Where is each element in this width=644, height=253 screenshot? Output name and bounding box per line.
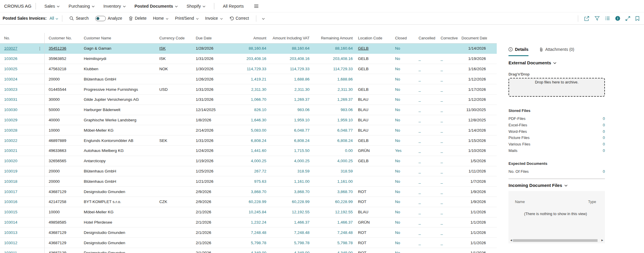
cell-cancelled[interactable]: _ — [414, 125, 436, 135]
stored-file-count[interactable]: 0 — [603, 148, 605, 153]
cell-corrective[interactable]: _ — [436, 187, 461, 197]
cell-amount_including_vat[interactable]: 4,349.00 — [267, 248, 311, 253]
external-documents-header[interactable]: External Documents — [508, 60, 605, 65]
print-send-menu-button[interactable]: Print/Send — [172, 12, 202, 24]
filter-icon[interactable] — [595, 16, 600, 21]
table-row[interactable]: 10302635963852HeimilisprydiISK1/31/20262… — [0, 53, 497, 64]
table-row[interactable]: 10301143687129Designstudio Gmunden2/1/20… — [0, 248, 497, 253]
cell-amount[interactable]: 5,798.78 — [219, 238, 267, 248]
scroll-right-icon[interactable]: ▶ — [600, 239, 604, 242]
cell-cancelled[interactable]: _ — [414, 53, 436, 64]
cell-amount_including_vat[interactable]: 88,160.64 — [267, 43, 311, 54]
cell-no[interactable]: 103023 — [0, 84, 44, 95]
column-header-currency_code[interactable]: Currency Code — [158, 33, 194, 43]
cell-closed[interactable]: No — [391, 217, 414, 227]
cell-amount_including_vat[interactable]: 983.06 — [267, 105, 311, 115]
cell-amount_including_vat[interactable]: 6,048.77 — [267, 125, 311, 135]
cell-closed[interactable]: No — [391, 238, 414, 248]
cell-corrective[interactable]: _ — [436, 53, 461, 64]
cell-corrective[interactable]: _ — [436, 125, 461, 135]
expand-icon[interactable] — [625, 16, 630, 21]
cell-amount_including_vat[interactable]: 114,729.33 — [267, 64, 311, 74]
search-button[interactable]: Search — [66, 12, 92, 24]
cell-no[interactable]: 103011 — [0, 248, 44, 253]
nav-item-all-reports[interactable]: All Reports — [218, 0, 248, 12]
cell-remaining_amount[interactable]: 60,228.99 — [311, 197, 354, 207]
table-row[interactable]: 10301642147258BYT-KOMPLET s.r.o.CZK2/9/2… — [0, 197, 497, 207]
column-header-customer_name[interactable]: Customer Name — [80, 33, 158, 43]
cell-amount[interactable]: 4,000.25 — [219, 156, 267, 166]
cell-corrective[interactable]: _ — [436, 207, 461, 217]
cell-remaining_amount[interactable]: 5,798.78 — [311, 238, 354, 248]
cell-corrective[interactable]: _ — [436, 248, 461, 253]
cell-cancelled[interactable]: _ — [414, 74, 436, 84]
cell-amount[interactable]: 4,349.00 — [219, 248, 267, 253]
menu-icon[interactable] — [254, 4, 259, 8]
cell-amount[interactable]: 267.72 — [219, 166, 267, 176]
cell-cancelled[interactable]: _ — [414, 135, 436, 146]
cell-remaining_amount[interactable]: 114,729.33 — [311, 64, 354, 74]
share-icon[interactable] — [584, 16, 589, 21]
scroll-left-icon[interactable]: ◀ — [509, 239, 513, 242]
cell-no[interactable]: 103028 — [0, 125, 44, 135]
cell-remaining_amount[interactable]: 1,466.37 — [311, 217, 354, 227]
table-row[interactable]: 10301820000Blütenhaus GmbH1/21/2026975.6… — [0, 176, 497, 187]
cell-closed[interactable]: No — [391, 176, 414, 187]
cell-no[interactable]: 103021 — [0, 145, 44, 156]
cell-cancelled[interactable]: _ — [414, 248, 436, 253]
cell-amount_including_vat[interactable]: 1,715.50 — [267, 145, 311, 156]
cell-closed[interactable]: No — [391, 84, 414, 95]
cell-no[interactable]: 103031 — [0, 94, 44, 105]
cell-no[interactable]: 103030 — [0, 105, 44, 115]
cell-amount[interactable]: 5,083.00 — [219, 125, 267, 135]
cell-no[interactable]: 103017 — [0, 187, 44, 197]
cell-remaining_amount[interactable]: 318.59 — [311, 166, 354, 176]
cell-corrective[interactable]: _ — [436, 176, 461, 187]
row-menu-icon[interactable]: ⋮ — [38, 46, 42, 51]
cell-closed[interactable]: No — [391, 94, 414, 105]
cell-remaining_amount[interactable]: 6,808.24 — [311, 135, 354, 146]
cell-closed[interactable]: Yes — [391, 145, 414, 156]
cell-remaining_amount[interactable]: 1,688.86 — [311, 74, 354, 84]
column-header-remaining_amount[interactable]: Remaining Amount — [311, 33, 354, 43]
stored-file-count[interactable]: 0 — [603, 129, 605, 134]
cell-remaining_amount[interactable]: 3,868.70 — [311, 187, 354, 197]
scrollbar-thumb[interactable] — [513, 239, 598, 242]
cell-closed[interactable]: No — [391, 105, 414, 115]
cell-closed[interactable]: No — [391, 64, 414, 74]
view-filter-dropdown[interactable]: All — [50, 16, 58, 21]
cell-amount[interactable]: 826.10 — [219, 105, 267, 115]
column-header-location_code[interactable]: Location Code — [354, 33, 391, 43]
cell-corrective[interactable]: _ — [436, 145, 461, 156]
cell-corrective[interactable]: _ — [436, 105, 461, 115]
cell-no[interactable]: 103018 — [0, 176, 44, 187]
cell-corrective[interactable]: _ — [436, 166, 461, 176]
cell-closed[interactable]: No — [391, 53, 414, 64]
cell-amount[interactable]: 203,408.16 — [219, 53, 267, 64]
cell-cancelled[interactable]: _ — [414, 105, 436, 115]
cell-no[interactable]: 103027⋮ — [0, 43, 44, 54]
column-header-closed[interactable]: Closed — [391, 33, 414, 43]
table-row[interactable]: 10301449858585Hotel Pferdesee2/1/20261,2… — [0, 217, 497, 227]
invoice-menu-button[interactable]: Invoice — [202, 12, 226, 24]
column-header-customer_no[interactable]: Customer No. — [44, 33, 80, 43]
cell-amount_including_vat[interactable]: 7,248.48 — [267, 227, 311, 238]
cell-amount_including_vat[interactable]: 4,000.25 — [267, 156, 311, 166]
cell-amount_including_vat[interactable]: 318.59 — [267, 166, 311, 176]
cell-amount_including_vat[interactable]: 1,161.00 — [267, 176, 311, 187]
column-header-document_date[interactable]: Document Date — [461, 33, 487, 43]
table-row[interactable]: 10303050000Harburger Bäderwelt12/14/2025… — [0, 105, 497, 115]
table-row[interactable]: 10302940000Graphische Werke Landsberg1/8… — [0, 115, 497, 125]
cell-amount_including_vat[interactable]: 1,466.37 — [267, 217, 311, 227]
cell-remaining_amount[interactable]: 0.00 — [311, 145, 354, 156]
cell-no[interactable]: 103024 — [0, 74, 44, 84]
tab-details[interactable]: Details — [508, 47, 528, 56]
column-header-amount_including_vat[interactable]: Amount Including VAT — [267, 33, 311, 43]
cell-remaining_amount[interactable]: 1,161.00 — [311, 176, 354, 187]
cell-cancelled[interactable]: _ — [414, 145, 436, 156]
cell-cancelled[interactable]: _ — [414, 94, 436, 105]
cell-closed[interactable]: No — [391, 166, 414, 176]
delete-button[interactable]: Delete — [126, 12, 150, 24]
cell-remaining_amount[interactable]: 88,160.64 — [311, 43, 354, 54]
cell-cancelled[interactable]: _ — [414, 217, 436, 227]
